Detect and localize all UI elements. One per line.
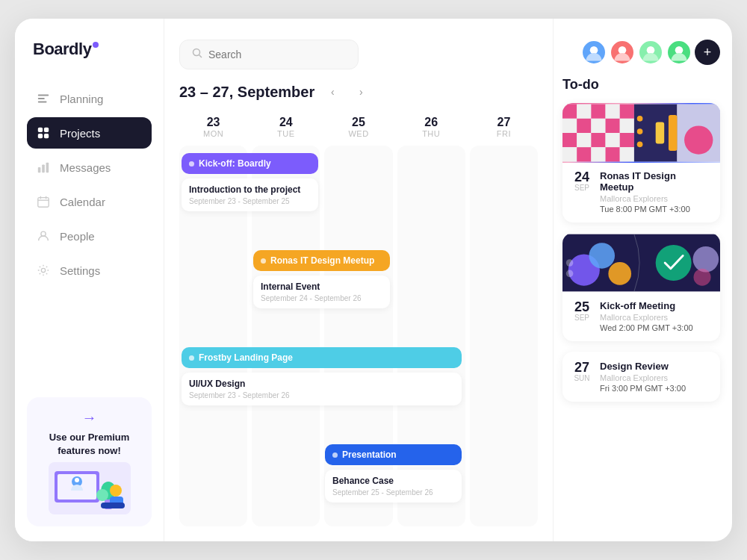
todo-date-num-ronas: 24 xyxy=(571,170,592,184)
event-presentation-title: Behance Case xyxy=(332,476,454,486)
svg-point-64 xyxy=(589,243,615,269)
todo-card-kickoff[interactable]: 25 Sep Kick-off Meeting Mallorca Explore… xyxy=(562,233,720,341)
svg-rect-43 xyxy=(620,119,634,133)
sidebar-item-settings[interactable]: Settings xyxy=(27,255,152,286)
premium-illustration xyxy=(49,462,131,514)
sidebar: Boardly Planning Projects Messages xyxy=(15,19,164,541)
svg-rect-47 xyxy=(606,133,620,147)
svg-point-20 xyxy=(75,478,79,482)
sidebar-label-messages: Messages xyxy=(60,161,111,174)
event-kickoff-card: Introduction to the project September 23… xyxy=(182,178,318,211)
day-num-27: 27 xyxy=(470,116,538,129)
event-frostby-card: UI/UX Design September 23 - September 26 xyxy=(182,373,462,405)
event-kickoff-label: Kick-off: Boardly xyxy=(199,158,271,169)
avatar-2[interactable] xyxy=(610,40,635,65)
todo-card-body-ronas: 24 Sep Ronas IT Design Meetup Mallorca E… xyxy=(562,163,720,223)
todo-event-title-design-review: Design Review xyxy=(600,361,711,372)
event-frostby-wrapper[interactable]: Frostby Landing Page UI/UX Design Septem… xyxy=(182,347,462,405)
todo-event-sub-design-review: Mallorca Explorers xyxy=(600,373,711,382)
search-bar[interactable] xyxy=(179,40,359,69)
svg-rect-53 xyxy=(620,147,634,161)
week-nav: 23 – 27, September ‹ › xyxy=(179,81,538,102)
event-frostby-label: Frostby Landing Page xyxy=(199,352,293,363)
svg-point-68 xyxy=(694,269,711,286)
todo-event-time-kickoff: Wed 2:00 PM GMT +3:00 xyxy=(600,323,711,332)
svg-rect-35 xyxy=(577,105,591,119)
todo-date-num-design-review: 27 xyxy=(571,361,592,374)
todo-date-box-kickoff: 25 Sep xyxy=(571,300,592,322)
todo-date-month-design-review: Sun xyxy=(571,374,592,382)
svg-point-60 xyxy=(637,128,643,134)
svg-point-67 xyxy=(693,246,719,273)
svg-rect-51 xyxy=(591,147,605,161)
svg-point-27 xyxy=(193,49,200,56)
todo-event-sub-kickoff: Mallorca Explorers xyxy=(600,313,711,322)
svg-rect-2 xyxy=(38,102,47,103)
premium-arrow-icon: → xyxy=(39,409,140,426)
logo-text: Boardly xyxy=(33,40,91,59)
add-person-button[interactable]: + xyxy=(695,40,720,65)
next-week-button[interactable]: › xyxy=(350,81,371,102)
svg-rect-8 xyxy=(42,164,45,172)
event-ronas-title: Internal Event xyxy=(261,281,382,292)
event-ronas-wrapper[interactable]: Ronas IT Design Meetup Internal Event Se… xyxy=(253,250,390,308)
event-ronas-label: Ronas IT Design Meetup xyxy=(270,255,374,266)
svg-rect-10 xyxy=(38,198,49,208)
todo-date-num-kickoff: 25 xyxy=(571,300,592,314)
event-kickoff-wrapper[interactable]: Kick-off: Boardly Introduction to the pr… xyxy=(182,153,318,211)
sidebar-item-planning[interactable]: Planning xyxy=(27,83,152,114)
prev-week-button[interactable]: ‹ xyxy=(322,81,343,102)
sidebar-label-people: People xyxy=(60,230,95,243)
svg-rect-36 xyxy=(591,105,605,119)
sidebar-label-calendar: Calendar xyxy=(60,196,105,208)
todo-card-ronas[interactable]: 24 Sep Ronas IT Design Meetup Mallorca E… xyxy=(562,103,720,223)
svg-rect-6 xyxy=(44,134,49,138)
svg-point-69 xyxy=(566,259,574,267)
search-input[interactable] xyxy=(208,49,346,60)
avatar-4[interactable] xyxy=(666,40,692,65)
svg-rect-7 xyxy=(38,167,41,172)
day-num-25: 25 xyxy=(324,116,392,129)
premium-promo: → Use our Premium features now! xyxy=(27,397,152,526)
svg-point-70 xyxy=(566,270,574,278)
logo: Boardly xyxy=(27,40,152,59)
event-ronas-date: September 24 - September 26 xyxy=(261,294,382,302)
right-panel: + To-do xyxy=(553,19,732,541)
svg-rect-3 xyxy=(38,128,43,132)
event-frostby-title: UI/UX Design xyxy=(189,379,454,389)
event-presentation-wrapper[interactable]: Presentation Behance Case September 25 -… xyxy=(325,444,462,503)
day-label-fri: Fri xyxy=(470,129,538,138)
day-header-fri: 27 Fri xyxy=(470,116,538,138)
logo-dot xyxy=(93,42,99,48)
svg-rect-41 xyxy=(591,119,605,133)
todo-date-month-ronas: Sep xyxy=(571,184,592,192)
lines-icon xyxy=(36,91,51,106)
todo-info-design-review: Design Review Mallorca Explorers Fri 3:0… xyxy=(600,361,711,393)
event-ronas-card: Internal Event September 24 - September … xyxy=(253,276,390,308)
events-layer: Kick-off: Boardly Introduction to the pr… xyxy=(179,146,538,526)
svg-rect-37 xyxy=(606,105,620,119)
svg-point-23 xyxy=(96,489,108,501)
todo-card-design-review[interactable]: 27 Sun Design Review Mallorca Explorers … xyxy=(562,352,720,402)
avatars-row: + xyxy=(581,40,720,65)
app-container: Boardly Planning Projects Messages xyxy=(15,19,732,541)
sidebar-item-projects[interactable]: Projects xyxy=(27,117,152,149)
avatar-3[interactable] xyxy=(638,40,663,65)
todo-title: To-do xyxy=(562,77,720,93)
calendar-icon xyxy=(36,194,51,209)
svg-rect-9 xyxy=(46,163,49,173)
svg-rect-57 xyxy=(656,122,665,144)
avatar-1[interactable] xyxy=(581,40,607,65)
svg-point-61 xyxy=(637,142,643,148)
day-label-wed: Wed xyxy=(324,129,392,138)
grid-icon xyxy=(36,125,51,140)
day-label-tue: Tue xyxy=(252,129,320,138)
sidebar-item-messages[interactable]: Messages xyxy=(27,152,152,183)
sidebar-item-people[interactable]: People xyxy=(27,220,152,252)
todo-event-sub-ronas: Mallorca Explorers xyxy=(600,194,711,203)
day-num-23: 23 xyxy=(179,116,247,129)
svg-point-66 xyxy=(656,245,692,281)
day-num-26: 26 xyxy=(397,116,465,129)
sidebar-item-calendar[interactable]: Calendar xyxy=(27,186,152,217)
svg-point-58 xyxy=(684,125,713,154)
